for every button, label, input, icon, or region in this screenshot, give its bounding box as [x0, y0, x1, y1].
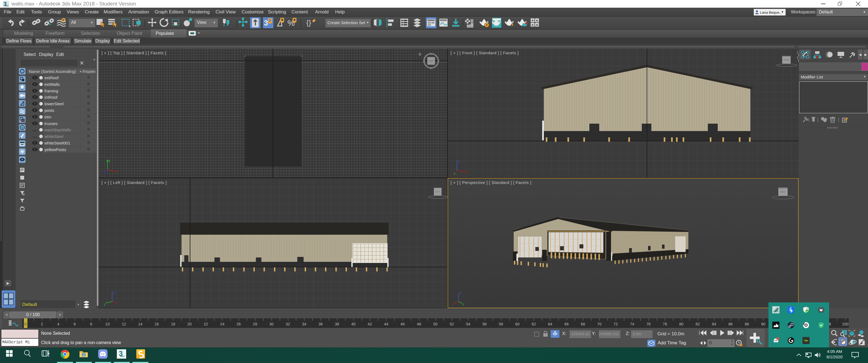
svg-text:E: E	[438, 60, 440, 62]
svg-text:W: W	[423, 60, 425, 62]
svg-text:S: S	[430, 67, 432, 70]
svg-text:{}: {}	[306, 19, 311, 27]
svg-text:z: z	[460, 291, 461, 295]
svg-text:z: z	[113, 290, 115, 294]
svg-text:y: y	[462, 302, 464, 306]
svg-text:BACK: BACK	[780, 191, 785, 193]
svg-text:N: N	[430, 53, 432, 55]
svg-text:x: x	[467, 170, 468, 174]
svg-text:x: x	[116, 170, 118, 173]
svg-text:y: y	[104, 303, 105, 306]
svg-text:z: z	[104, 171, 105, 174]
svg-text:y: y	[454, 171, 455, 175]
svg-text:TOP: TOP	[429, 60, 433, 62]
svg-text:FRONT: FRONT	[783, 59, 789, 61]
svg-text:z: z	[458, 159, 460, 163]
svg-text:x: x	[453, 302, 454, 306]
svg-text:LEFT: LEFT	[435, 191, 440, 193]
svg-text:y: y	[108, 159, 110, 162]
svg-text:x: x	[116, 301, 117, 305]
svg-text:3: 3	[264, 19, 268, 27]
